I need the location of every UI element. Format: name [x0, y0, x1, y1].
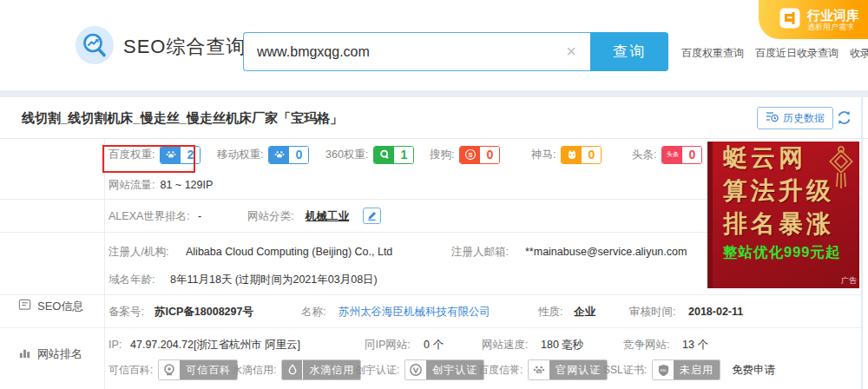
trust-baidu-reputation: 百度信誉: du 官网认证	[478, 359, 608, 380]
svg-text:S: S	[468, 151, 472, 159]
ad-promo-text: 整站优化999元起	[713, 243, 859, 262]
baidu-paw-icon	[269, 147, 289, 163]
header: SEO综合查询 × 查询 百度权重查询 百度近日收录查询 收录查询 行业词库 透…	[0, 0, 868, 90]
same-ip-count: 0 个	[424, 338, 444, 353]
v-circle-icon	[405, 360, 426, 379]
baidu-paw-icon	[161, 147, 181, 163]
result-title-bar: 线切割_线切割机床_慢走丝_慢走丝机床厂家「宝玛格」 历史数据	[0, 97, 868, 139]
registrant-email: **mainabuse@service.aliyun.com	[525, 246, 687, 258]
registrant-value: Alibaba Cloud Computing (Beijing) Co., L…	[186, 246, 392, 258]
free-apply-link[interactable]: 免费申请	[732, 363, 775, 378]
logo[interactable]: SEO综合查询	[75, 25, 246, 69]
lexicon-book-icon	[779, 8, 800, 32]
site-title: 线切割_线切割机床_慢走丝_慢走丝机床厂家「宝玛格」	[22, 110, 343, 127]
site-speed: 180 毫秒	[541, 338, 583, 353]
domain-age-row: 域名年龄: 8年11月18天 (过期时间为2021年03月08日)	[0, 269, 694, 290]
ad-banner[interactable]: 蜓云网 算法升级 排名暴涨 整站优化999元起 广告	[707, 142, 859, 288]
nav-baidu-weight-link[interactable]: 百度权重查询	[681, 46, 744, 61]
encyclopedia-emblem-icon	[159, 360, 180, 379]
ip-row: IP: 47.97.204.72[浙江省杭州市 阿里云] 同IP网站: 0 个 …	[0, 334, 861, 355]
icp-row: 备案号: 苏ICP备18008297号 名称: 苏州太谷海臣机械科技有限公司 性…	[0, 301, 861, 322]
competitor-count: 13 个	[682, 338, 708, 353]
encyclopedia-badge[interactable]: 可信百科	[158, 359, 238, 380]
360-ring-icon	[374, 147, 394, 163]
trust-chuangyu: 创宇认证: 创宇认证	[355, 359, 484, 380]
ad-line-3: 排名暴涨	[713, 208, 859, 241]
alexa-value: -	[198, 210, 201, 222]
industry-lexicon-ribbon[interactable]: 行业词库 透析用户需求	[759, 0, 868, 39]
refresh-icon[interactable]	[836, 109, 852, 129]
360-weight[interactable]: 360权重: 1	[326, 143, 414, 166]
history-list-clock-icon	[766, 111, 779, 125]
domain-age-value: 8年11月18天 (过期时间为2021年03月08日)	[170, 273, 378, 287]
chuangyu-badge[interactable]: 创宇认证	[404, 359, 484, 380]
traffic-row: 网站流量: 81 ~ 129IP	[108, 175, 213, 194]
ribbon-title: 行业词库	[807, 8, 859, 23]
baidu-paw-icon: du	[529, 360, 549, 379]
ssl-shield-icon: SSL	[653, 360, 674, 379]
site-category-link[interactable]: 机械工业	[306, 209, 349, 224]
history-data-button[interactable]: 历史数据	[757, 107, 833, 129]
trust-shuidi: 水滴信用: 水滴信用	[232, 359, 361, 380]
search-input[interactable]	[243, 32, 590, 71]
ribbon-subtitle: 透析用户需求	[807, 23, 859, 31]
clear-input-icon[interactable]: ×	[562, 43, 580, 61]
shenma-weight[interactable]: 神马: 0	[531, 143, 602, 166]
nav-baidu-recent-index-link[interactable]: 百度近日收录查询	[755, 46, 838, 61]
logo-text: SEO综合查询	[123, 34, 246, 60]
shenma-owl-icon	[562, 147, 582, 163]
icp-nature: 企业	[574, 305, 595, 320]
sogou-weight[interactable]: 搜狗: S0	[430, 143, 500, 166]
result-content: SEO信息 网站排名 域名信息 备案信息 网站信息 百度权重: 2 移动权重:	[0, 139, 868, 389]
trust-row: 可信百科: 可信百科 水滴信用: 水滴信用 创宇认证: 创宇认证	[0, 359, 861, 381]
icp-number: 苏ICP备18008297号	[155, 305, 253, 320]
logo-magnifier-icon	[75, 25, 115, 69]
trust-encyclopedia: 可信百科: 可信百科	[108, 359, 238, 380]
svg-text:du: du	[537, 370, 541, 373]
nav-index-query-link[interactable]: 收录查询	[850, 46, 868, 61]
water-droplet-icon	[282, 360, 303, 379]
ad-tag-label: 广告	[841, 275, 857, 287]
edit-category-button[interactable]	[363, 208, 381, 224]
chinese-knot-icon	[828, 145, 854, 194]
ssl-badge[interactable]: SSL 未启用	[652, 359, 720, 380]
search-button[interactable]: 查询	[590, 32, 668, 71]
search-bar: × 查询	[243, 32, 668, 71]
alexa-row: ALEXA世界排名: - 网站分类: 机械工业	[0, 206, 694, 227]
sogou-s-icon: S	[460, 147, 480, 163]
toutiao-logo-icon: 头条	[662, 147, 682, 163]
scrollbar-track[interactable]	[861, 97, 863, 389]
trust-ssl: SSL证书: SSL 未启用	[603, 359, 720, 380]
top-nav: 百度权重查询 百度近日收录查询 收录查询	[681, 46, 868, 61]
baidu-weight[interactable]: 百度权重: 2	[108, 143, 201, 166]
ip-value: 47.97.204.72[浙江省杭州市 阿里云]	[130, 338, 300, 353]
company-name-link[interactable]: 苏州太谷海臣机械科技有限公司	[339, 305, 490, 320]
svg-text:SSL: SSL	[660, 368, 667, 373]
toutiao-weight[interactable]: 头条: 头条0	[632, 143, 702, 166]
icp-audit-date: 2018-02-11	[688, 306, 743, 318]
mobile-weight[interactable]: 移动权重: 0	[217, 143, 309, 166]
shuidi-badge[interactable]: 水滴信用	[281, 359, 361, 380]
seo-query-page: SEO综合查询 × 查询 百度权重查询 百度近日收录查询 收录查询 行业词库 透…	[0, 0, 868, 389]
baidu-official-badge[interactable]: du 官网认证	[528, 359, 608, 380]
header-divider-strip	[0, 90, 868, 97]
